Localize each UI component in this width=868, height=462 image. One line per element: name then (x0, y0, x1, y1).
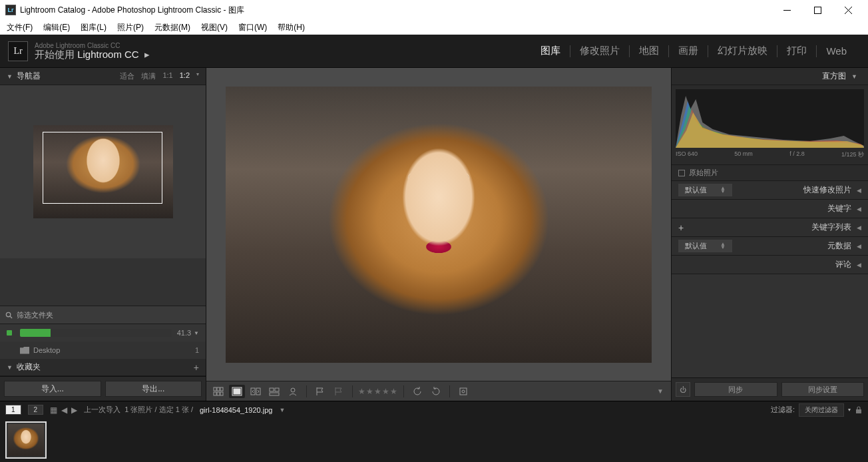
menu-bar: 文件(F) 编辑(E) 图库(L) 照片(P) 元数据(M) 视图(V) 窗口(… (0, 20, 868, 35)
library-toolbar: ★★★★★ ▼ (206, 381, 671, 401)
close-button[interactable] (833, 1, 863, 19)
add-keyword-button[interactable]: + (678, 222, 684, 233)
grid-view-button[interactable] (210, 385, 226, 398)
quick-develop-header[interactable]: 默认值▲▼ 快速修改照片 ◀ (672, 181, 868, 200)
sync-button[interactable]: 同步 (694, 382, 777, 397)
window-title: Lightroom Catalog - Adobe Photoshop Ligh… (20, 5, 772, 16)
sync-settings-button[interactable]: 同步设置 (781, 382, 865, 397)
chevron-down-icon[interactable]: ▼ (194, 330, 199, 336)
people-view-button[interactable] (285, 385, 301, 398)
filter-label: 过滤器: (771, 405, 795, 415)
svg-rect-4 (220, 387, 223, 391)
add-collection-button[interactable]: + (194, 362, 199, 373)
export-button[interactable]: 导出... (105, 381, 202, 397)
volume-row[interactable]: 41.3 ▼ (0, 324, 206, 342)
rotate-ccw-button[interactable] (409, 385, 425, 398)
histogram-header[interactable]: 直方图 ▼ (672, 68, 868, 85)
menu-edit[interactable]: 编辑(E) (39, 21, 74, 35)
svg-rect-10 (251, 388, 255, 395)
module-slideshow[interactable]: 幻灯片放映 (708, 45, 777, 57)
svg-rect-12 (270, 388, 274, 391)
menu-photo[interactable]: 照片(P) (113, 21, 148, 35)
triangle-left-icon: ◀ (857, 243, 861, 250)
keyword-list-header[interactable]: + 关键字列表 ◀ (672, 218, 868, 237)
identity-plate-bar: Lr Adobe Lightroom Classic CC 开始使用 Light… (0, 35, 868, 68)
comments-header[interactable]: 评论 ◀ (672, 256, 868, 274)
svg-rect-18 (856, 409, 861, 413)
svg-rect-9 (234, 389, 240, 394)
histogram-panel[interactable]: ISO 640 50 mm f / 2.8 1/125 秒 (672, 85, 868, 165)
compare-view-button[interactable] (248, 385, 264, 398)
module-print[interactable]: 打印 (777, 45, 816, 57)
zoom-1to1[interactable]: 1:1 (162, 71, 172, 81)
zoom-dropdown-icon[interactable]: ▾ (196, 71, 199, 81)
original-photo-toggle[interactable]: 原始照片 (672, 165, 868, 181)
preset-select[interactable]: 默认值▲▼ (678, 184, 732, 196)
chevron-down-icon[interactable]: ▼ (279, 407, 285, 413)
monitor-1-button[interactable]: 1 (5, 405, 21, 415)
menu-library[interactable]: 图库(L) (77, 21, 110, 35)
zoom-fit[interactable]: 适合 (120, 71, 134, 81)
svg-rect-5 (214, 392, 216, 395)
module-develop[interactable]: 修改照片 (570, 45, 629, 57)
module-library[interactable]: 图库 (531, 45, 570, 57)
metadata-header[interactable]: 默认值▲▼ 元数据 ◀ (672, 237, 868, 256)
left-panel: ▼ 导航器 适合 填满 1:1 1:2 ▾ 筛选文件夹 (0, 68, 206, 401)
import-button[interactable]: 导入... (4, 381, 101, 397)
flag-reject-button[interactable] (331, 385, 347, 398)
zoom-ratio[interactable]: 1:2 (180, 71, 190, 81)
histogram-canvas (676, 89, 864, 148)
filmstrip-thumbnail[interactable] (5, 421, 47, 459)
filter-dropdown-icon[interactable]: ▾ (848, 407, 851, 413)
menu-file[interactable]: 文件(F) (3, 21, 37, 35)
nav-back-icon[interactable]: ◀ (61, 405, 67, 415)
menu-window[interactable]: 窗口(W) (234, 21, 271, 35)
window-titlebar: Lr Lightroom Catalog - Adobe Photoshop L… (0, 0, 868, 20)
module-picker: 图库 修改照片 地图 画册 幻灯片放映 打印 Web (531, 45, 868, 57)
image-viewer[interactable] (206, 68, 671, 381)
disclosure-triangle-icon: ▼ (851, 73, 857, 80)
navigator-view-rect[interactable] (43, 132, 162, 204)
zoom-fill[interactable]: 填满 (141, 71, 156, 81)
loupe-view-button[interactable] (229, 385, 245, 398)
collections-header[interactable]: ▼ 收藏夹 + (0, 359, 206, 376)
triangle-left-icon: ◀ (857, 224, 861, 231)
module-book[interactable]: 画册 (669, 45, 708, 57)
crop-overlay-button[interactable] (455, 385, 471, 398)
minimize-button[interactable] (772, 1, 801, 19)
menu-metadata[interactable]: 元数据(M) (150, 21, 194, 35)
nav-fwd-icon[interactable]: ▶ (71, 405, 77, 415)
grid-nav-icon[interactable]: ▦ (50, 405, 57, 415)
rotate-cw-button[interactable] (428, 385, 444, 398)
keywords-header[interactable]: 关键字 ◀ (672, 200, 868, 218)
metadata-preset-select[interactable]: 默认值▲▼ (678, 240, 732, 252)
menu-view[interactable]: 视图(V) (197, 21, 232, 35)
survey-view-button[interactable] (266, 385, 282, 398)
navigator-header[interactable]: ▼ 导航器 适合 填满 1:1 1:2 ▾ (0, 68, 206, 85)
flag-pick-button[interactable] (312, 385, 328, 398)
svg-point-17 (462, 390, 465, 393)
module-map[interactable]: 地图 (630, 45, 668, 57)
monitor-2-button[interactable]: 2 (28, 405, 44, 415)
maximize-button[interactable] (803, 1, 832, 19)
checkbox-icon (678, 170, 685, 176)
right-panel: 直方图 ▼ ISO 640 50 mm f / 2.8 (671, 68, 868, 401)
svg-point-15 (291, 388, 295, 392)
filmstrip[interactable] (0, 418, 868, 462)
identity-plate[interactable]: Adobe Lightroom Classic CC 开始使用 Lightroo… (35, 42, 150, 61)
disclosure-triangle-icon: ▼ (7, 73, 13, 80)
rating-stars[interactable]: ★★★★★ (358, 387, 398, 396)
filter-select[interactable]: 关闭过滤器 (799, 403, 844, 417)
triangle-left-icon: ◀ (857, 187, 861, 194)
filter-lock-icon[interactable] (855, 406, 863, 414)
toolbar-menu-button[interactable]: ▼ (654, 387, 667, 395)
menu-help[interactable]: 帮助(H) (274, 21, 309, 35)
navigator-preview[interactable] (0, 85, 206, 258)
center-panel: ★★★★★ ▼ (206, 68, 671, 401)
folder-desktop[interactable]: Desktop 1 (0, 342, 206, 359)
folder-search[interactable]: 筛选文件夹 (0, 306, 206, 324)
svg-rect-16 (460, 388, 467, 395)
module-web[interactable]: Web (817, 45, 856, 57)
current-filename: girl-1848454_1920.jpg (200, 406, 272, 414)
sync-toggle-icon[interactable]: ⏻ (676, 382, 690, 397)
